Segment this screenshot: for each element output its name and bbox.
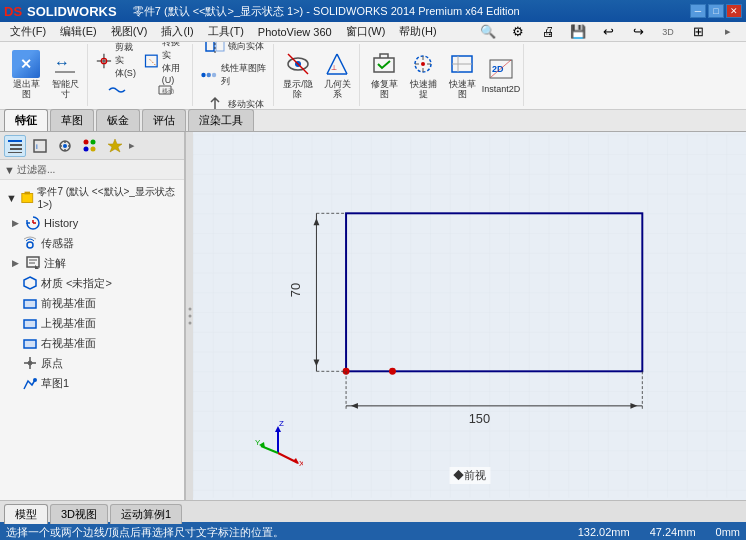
logo-sw: SOLIDWORKS — [27, 4, 117, 19]
instant2d-button[interactable]: 2D Instant2D — [483, 49, 519, 101]
front-plane-icon — [22, 295, 38, 311]
svg-point-61 — [188, 322, 191, 325]
tree-item-right-plane[interactable]: 右视基准面 — [0, 333, 184, 353]
tab-sheetmetal[interactable]: 钣金 — [96, 109, 140, 131]
geometric-button[interactable]: ⊥ 几何关系 — [319, 49, 355, 101]
panel-featuretree-icon[interactable] — [4, 135, 26, 157]
logo-ds: DS — [4, 4, 22, 19]
btab-3dview[interactable]: 3D视图 — [50, 504, 108, 524]
move-entity-btn2[interactable]: 移动实体 — [199, 90, 269, 109]
quick-view-label: 快速草图 — [449, 80, 476, 100]
tree-item-annotation[interactable]: ▶ 注解 — [0, 253, 184, 273]
exit-sketch-icon: ✕ — [12, 50, 40, 78]
bottom-tabs: 模型 3D视图 运动算例1 — [0, 500, 746, 522]
mirror-entity-button[interactable]: 镜向实体 — [199, 42, 269, 60]
app-logo: DS SOLIDWORKS — [4, 4, 117, 19]
trim-entity-button[interactable]: 剪裁实体(S) — [94, 47, 140, 75]
tree-item-history[interactable]: ▶ History — [0, 213, 184, 233]
svg-text:2D: 2D — [492, 64, 504, 74]
menu-file[interactable]: 文件(F) — [4, 22, 52, 41]
linear-array-button[interactable]: 线性草图阵列 — [199, 61, 269, 89]
svg-rect-54 — [24, 340, 36, 348]
btab-motion[interactable]: 运动算例1 — [110, 504, 182, 524]
tab-render[interactable]: 渲染工具 — [188, 109, 254, 131]
height-dim-text: 70 — [288, 283, 303, 297]
panel-resize-handle[interactable] — [185, 132, 193, 500]
smart-dim-button[interactable]: ↔ 智能尺寸 — [47, 49, 83, 101]
show-hide-button[interactable]: 显示/隐除 — [280, 49, 316, 101]
show-hide-icon — [284, 50, 312, 78]
svg-rect-33 — [8, 152, 22, 153]
svg-point-60 — [188, 315, 191, 318]
btab-model[interactable]: 模型 — [4, 504, 48, 524]
menu-tools[interactable]: 工具(T) — [202, 22, 250, 41]
origin-label: 原点 — [41, 356, 63, 371]
annotation-icon — [25, 255, 41, 271]
panel-more-icon[interactable]: ▸ — [129, 139, 135, 152]
fix-sketch-button[interactable]: 修复草图 — [366, 49, 402, 101]
quick-view-icon — [448, 50, 476, 78]
window-controls[interactable]: ─ □ ✕ — [690, 4, 742, 18]
tree-item-origin[interactable]: 原点 — [0, 353, 184, 373]
svg-rect-31 — [10, 144, 22, 146]
top-plane-icon — [22, 315, 38, 331]
sketch-entity-button[interactable] — [94, 76, 140, 104]
maximize-button[interactable]: □ — [708, 4, 724, 18]
menu-insert[interactable]: 插入(I) — [155, 22, 199, 41]
right-plane-icon — [22, 335, 38, 351]
svg-rect-30 — [8, 140, 22, 142]
svg-text:Z: Z — [279, 419, 284, 428]
feature-tabs: 特征 草图 钣金 评估 渲染工具 — [0, 110, 746, 132]
svg-point-59 — [188, 308, 191, 311]
svg-line-13 — [288, 54, 308, 74]
menu-edit[interactable]: 编辑(E) — [54, 22, 103, 41]
menu-help[interactable]: 帮助(H) — [393, 22, 442, 41]
material-icon — [22, 275, 38, 291]
panel-appearance-icon[interactable] — [79, 135, 101, 157]
svg-point-37 — [63, 144, 67, 148]
status-bar: 选择一个或两个边线/顶点后再选择尺寸文字标注的位置。 132.02mm 47.2… — [0, 522, 746, 540]
width-dim-text: 150 — [469, 411, 490, 426]
panel-custom-icon[interactable] — [104, 135, 126, 157]
instant2d-label: Instant2D — [482, 85, 521, 95]
tab-feature[interactable]: 特征 — [4, 109, 48, 131]
tab-evaluate[interactable]: 评估 — [142, 109, 186, 131]
svg-rect-7 — [216, 42, 224, 51]
convert-entity-button[interactable]: 转换实体用(U) — [142, 47, 188, 75]
menu-photoview[interactable]: PhotoView 360 — [252, 24, 338, 40]
tree-item-top-plane[interactable]: 上视基准面 — [0, 313, 184, 333]
menu-view[interactable]: 视图(V) — [105, 22, 154, 41]
svg-point-41 — [91, 146, 96, 151]
quick-view-button[interactable]: 快速草图 — [444, 49, 480, 101]
feature-tree: ▼ 零件7 (默认 <<默认>_显示状态 1>) ▶ History 传感器 ▶… — [0, 180, 184, 500]
svg-marker-51 — [24, 277, 36, 289]
tab-sketch[interactable]: 草图 — [50, 109, 94, 131]
menu-window[interactable]: 窗口(W) — [340, 22, 392, 41]
tree-item-sketch1[interactable]: 草图1 — [0, 373, 184, 393]
filter-bar: ▼ 过滤器... — [0, 160, 184, 180]
tree-item-material[interactable]: 材质 <未指定> — [0, 273, 184, 293]
svg-rect-5 — [206, 42, 214, 51]
smart-dim-label: 智能尺寸 — [52, 80, 79, 100]
svg-point-46 — [27, 242, 33, 248]
quick-snap-button[interactable]: 快速捕捉 — [405, 49, 441, 101]
panel-property-icon[interactable]: i — [29, 135, 51, 157]
svg-text:移动: 移动 — [162, 88, 174, 94]
left-panel: i ▸ ▼ 过滤器... ▼ 零件7 (默认 <<默认>_显示状态 1>) — [0, 132, 185, 500]
exit-sketch-button[interactable]: ✕ 退出草图 — [8, 49, 44, 101]
status-y: 47.24mm — [650, 526, 696, 538]
tree-item-sensor[interactable]: 传感器 — [0, 233, 184, 253]
status-z: 0mm — [716, 526, 740, 538]
tree-root-item[interactable]: ▼ 零件7 (默认 <<默认>_显示状态 1>) — [0, 182, 184, 213]
status-coords: 132.02mm 47.24mm 0mm — [578, 526, 740, 538]
minimize-button[interactable]: ─ — [690, 4, 706, 18]
instant2d-icon: 2D — [487, 55, 515, 83]
close-button[interactable]: ✕ — [726, 4, 742, 18]
move-entity-button[interactable]: 移动 — [142, 76, 188, 104]
svg-text:↔: ↔ — [54, 54, 70, 71]
tree-item-front-plane[interactable]: 前视基准面 — [0, 293, 184, 313]
fix-sketch-label: 修复草图 — [371, 80, 398, 100]
right-plane-label: 右视基准面 — [41, 336, 96, 351]
tree-root-arrow: ▼ — [6, 192, 17, 204]
panel-config-icon[interactable] — [54, 135, 76, 157]
